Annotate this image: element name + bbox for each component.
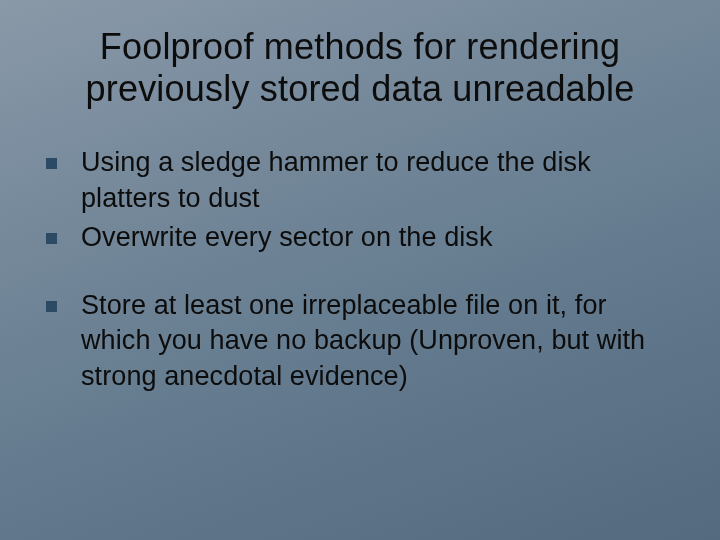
slide: Foolproof methods for rendering previous… — [0, 0, 720, 540]
bullet-list: Using a sledge hammer to reduce the disk… — [40, 145, 680, 395]
list-item: Using a sledge hammer to reduce the disk… — [46, 145, 674, 216]
square-bullet-icon — [46, 158, 57, 169]
square-bullet-icon — [46, 233, 57, 244]
bullet-text: Store at least one irreplaceable file on… — [81, 288, 674, 395]
bullet-text: Overwrite every sector on the disk — [81, 220, 493, 256]
list-item: Store at least one irreplaceable file on… — [46, 288, 674, 395]
square-bullet-icon — [46, 301, 57, 312]
bullet-text: Using a sledge hammer to reduce the disk… — [81, 145, 674, 216]
list-item: Overwrite every sector on the disk — [46, 220, 674, 256]
slide-title: Foolproof methods for rendering previous… — [40, 26, 680, 111]
